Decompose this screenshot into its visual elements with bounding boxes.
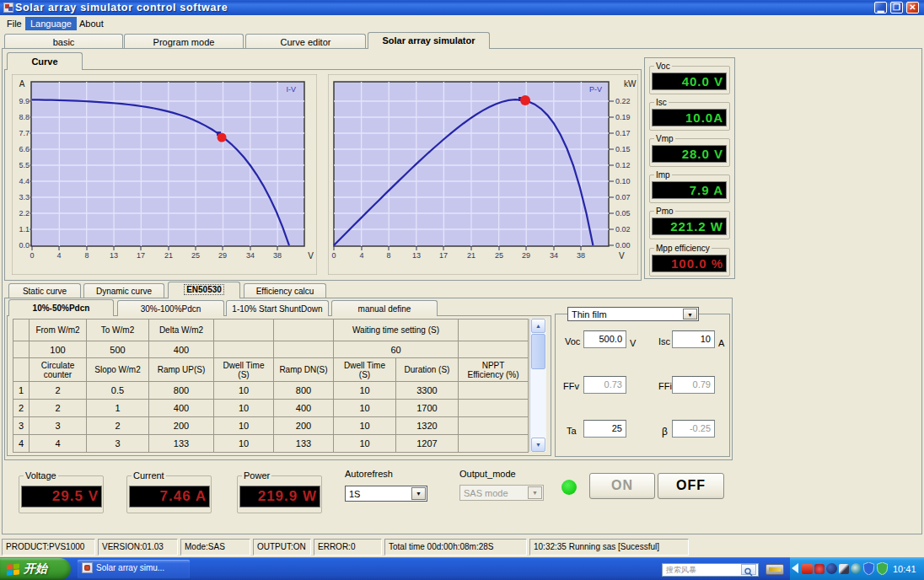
svg-text:0.12: 0.12 <box>615 161 631 169</box>
svg-text:5.5: 5.5 <box>19 161 30 169</box>
svg-text:25: 25 <box>495 251 503 260</box>
svg-text:0.00: 0.00 <box>615 241 631 250</box>
svg-text:0: 0 <box>331 251 336 260</box>
svg-text:0.10: 0.10 <box>615 177 631 185</box>
svg-text:0.15: 0.15 <box>615 145 631 153</box>
svg-text:9.9: 9.9 <box>19 97 30 105</box>
svg-text:0.02: 0.02 <box>615 225 631 234</box>
svg-text:13: 13 <box>110 251 118 260</box>
svg-text:17: 17 <box>137 251 145 260</box>
svg-text:1.1: 1.1 <box>19 225 30 234</box>
svg-text:V: V <box>619 251 625 260</box>
svg-text:0.17: 0.17 <box>615 129 631 137</box>
svg-text:4: 4 <box>359 251 363 260</box>
svg-text:I-V: I-V <box>286 85 296 94</box>
svg-text:38: 38 <box>273 251 282 260</box>
svg-text:0.07: 0.07 <box>615 193 631 201</box>
svg-text:29: 29 <box>218 251 227 260</box>
svg-text:38: 38 <box>577 251 585 260</box>
svg-text:8: 8 <box>84 251 89 260</box>
svg-text:21: 21 <box>467 251 475 260</box>
svg-text:2.2: 2.2 <box>19 209 30 218</box>
svg-text:kW: kW <box>624 79 637 89</box>
svg-text:0.05: 0.05 <box>615 209 631 218</box>
svg-text:P-V: P-V <box>589 85 602 94</box>
svg-text:V: V <box>308 251 314 260</box>
svg-text:8.8: 8.8 <box>19 113 30 121</box>
svg-text:7.7: 7.7 <box>19 129 30 137</box>
svg-text:0.0: 0.0 <box>19 241 30 250</box>
svg-text:17: 17 <box>439 251 448 260</box>
svg-text:34: 34 <box>246 251 255 260</box>
svg-text:21: 21 <box>164 251 173 260</box>
svg-text:0.22: 0.22 <box>615 97 631 105</box>
svg-text:25: 25 <box>191 251 200 260</box>
svg-text:0.19: 0.19 <box>615 113 631 121</box>
svg-text:0: 0 <box>30 251 34 260</box>
svg-text:3.3: 3.3 <box>19 193 30 201</box>
svg-text:A: A <box>19 79 25 89</box>
svg-text:13: 13 <box>412 251 421 260</box>
svg-text:4: 4 <box>56 251 61 260</box>
svg-text:34: 34 <box>550 251 558 260</box>
svg-text:29: 29 <box>522 251 530 260</box>
svg-text:6.6: 6.6 <box>19 145 30 153</box>
svg-text:8: 8 <box>386 251 390 260</box>
svg-text:4.4: 4.4 <box>19 177 30 185</box>
